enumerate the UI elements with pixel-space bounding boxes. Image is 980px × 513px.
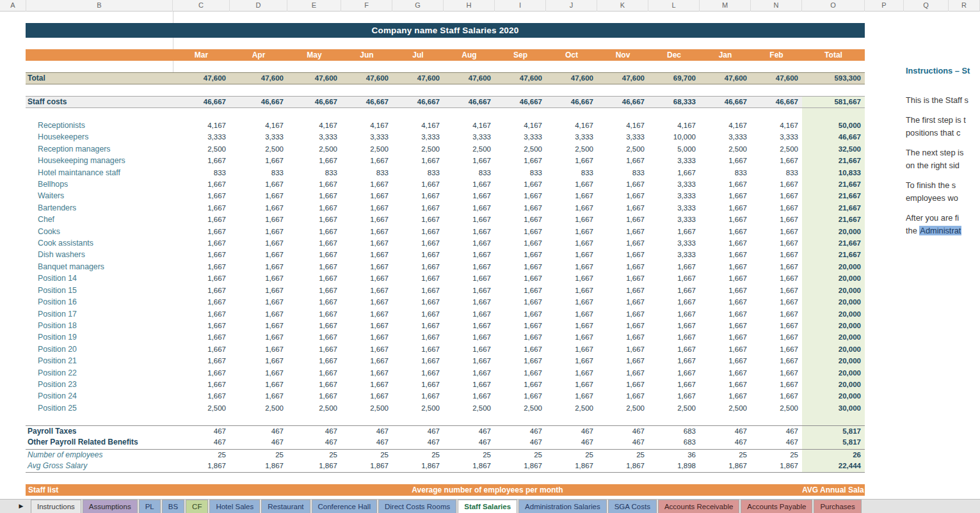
cell[interactable]: 467 (444, 426, 495, 437)
cell[interactable]: 47,600 (287, 73, 341, 84)
cell[interactable]: 1,667 (287, 202, 341, 214)
cell[interactable]: 1,667 (546, 226, 597, 237)
cell[interactable]: 1,667 (444, 379, 495, 390)
row-label-position-19[interactable]: Position 19 (26, 331, 173, 343)
cell[interactable]: 1,667 (751, 155, 802, 166)
cell[interactable]: 467 (546, 437, 597, 448)
cell[interactable]: 1,667 (751, 296, 802, 308)
row-label-housekeepers[interactable]: Housekeepers (26, 131, 173, 143)
month-header-jan[interactable]: Jan (700, 49, 751, 61)
cell[interactable]: 1,667 (546, 237, 597, 249)
administration-link[interactable]: Administrat (919, 226, 961, 235)
cell[interactable]: 47,600 (392, 73, 444, 84)
cell[interactable]: 1,667 (287, 285, 341, 296)
cell[interactable]: 1,667 (230, 272, 287, 284)
cell[interactable]: 1,667 (751, 331, 802, 343)
row-label-position-14[interactable]: Position 14 (26, 272, 173, 284)
cell[interactable]: 1,667 (700, 331, 751, 343)
cell[interactable]: 1,667 (392, 308, 444, 320)
cell[interactable]: 1,867 (700, 461, 751, 471)
cell[interactable]: 46,667 (802, 131, 865, 143)
cell[interactable]: 3,333 (648, 202, 700, 214)
cell[interactable]: 25 (173, 450, 230, 461)
cell[interactable]: 1,667 (392, 285, 444, 296)
cell[interactable]: 1,667 (751, 190, 802, 201)
cell[interactable]: 2,500 (546, 402, 597, 414)
cell[interactable]: 1,667 (444, 320, 495, 331)
cell[interactable]: 1,667 (648, 355, 700, 367)
cell[interactable]: 833 (444, 167, 495, 178)
cell[interactable]: 20,000 (802, 320, 865, 331)
row-label-bellhops[interactable]: Bellhops (26, 178, 173, 190)
cell[interactable]: 1,667 (495, 237, 546, 249)
cell[interactable]: 46,667 (546, 97, 597, 107)
column-header-p[interactable]: P (865, 0, 904, 12)
cell[interactable]: 1,667 (444, 202, 495, 214)
month-header-mar[interactable]: Mar (173, 49, 230, 61)
cell[interactable]: 1,667 (597, 272, 648, 284)
cell[interactable]: 20,000 (802, 261, 865, 272)
row-label-reception-managers[interactable]: Reception managers (26, 143, 173, 155)
cell[interactable]: 467 (230, 437, 287, 448)
cell[interactable]: 2,500 (341, 402, 392, 414)
cell[interactable]: 1,667 (287, 355, 341, 367)
cell[interactable]: 2,500 (700, 402, 751, 414)
column-header-i[interactable]: I (495, 0, 546, 12)
cell[interactable]: 1,667 (751, 367, 802, 379)
cell[interactable]: 25 (495, 450, 546, 461)
cell[interactable]: 1,667 (648, 261, 700, 272)
cell[interactable]: 1,667 (444, 261, 495, 272)
cell[interactable]: 2,500 (341, 143, 392, 155)
cell[interactable]: 1,667 (495, 379, 546, 390)
column-header-j[interactable]: J (546, 0, 597, 12)
cell[interactable]: 1,667 (230, 249, 287, 260)
cell[interactable]: 1,667 (230, 379, 287, 390)
cell[interactable]: 833 (341, 167, 392, 178)
cell[interactable]: 1,667 (287, 367, 341, 379)
cell[interactable]: 467 (230, 426, 287, 437)
column-header-c[interactable]: C (173, 0, 230, 12)
cell[interactable]: 1,867 (341, 461, 392, 471)
cell[interactable]: 1,667 (392, 367, 444, 379)
cell[interactable]: 2,500 (648, 402, 700, 414)
cell[interactable]: 1,667 (597, 214, 648, 225)
cell[interactable]: 1,667 (287, 331, 341, 343)
cell[interactable]: 4,167 (751, 120, 802, 131)
cell[interactable]: 2,500 (287, 402, 341, 414)
cell[interactable]: 2,500 (751, 402, 802, 414)
cell[interactable]: 46,667 (230, 97, 287, 107)
row-label-staff-costs[interactable]: Staff costs (26, 97, 173, 107)
row-label-position-23[interactable]: Position 23 (26, 379, 173, 390)
row-label-bartenders[interactable]: Bartenders (26, 202, 173, 214)
cell[interactable]: 1,667 (546, 320, 597, 331)
cell[interactable]: 1,667 (495, 390, 546, 402)
cell[interactable]: 467 (700, 437, 751, 448)
cell[interactable]: 1,667 (230, 202, 287, 214)
cell[interactable]: 1,667 (444, 296, 495, 308)
month-header-apr[interactable]: Apr (230, 49, 287, 61)
cell[interactable]: 3,333 (648, 155, 700, 166)
cell[interactable]: 1,667 (495, 214, 546, 225)
row-label-receptionists[interactable]: Receptionists (26, 120, 173, 131)
cell[interactable]: 1,667 (597, 249, 648, 260)
cell[interactable]: 1,667 (648, 343, 700, 355)
cell[interactable]: 1,667 (495, 249, 546, 260)
cell[interactable]: 1,667 (392, 390, 444, 402)
cell[interactable]: 3,333 (546, 131, 597, 143)
cell[interactable]: 1,667 (173, 285, 230, 296)
cell[interactable]: 1,667 (495, 178, 546, 190)
cell[interactable]: 4,167 (546, 120, 597, 131)
cell[interactable]: 1,667 (597, 285, 648, 296)
cell[interactable]: 467 (392, 426, 444, 437)
month-header-aug[interactable]: Aug (444, 49, 495, 61)
cell[interactable]: 2,500 (597, 402, 648, 414)
cell[interactable]: 4,167 (597, 120, 648, 131)
cell[interactable]: 1,667 (546, 249, 597, 260)
sheet-tab-accounts-payable[interactable]: Accounts Payable (741, 500, 812, 513)
cell[interactable]: 5,000 (648, 143, 700, 155)
cell[interactable]: 1,667 (444, 331, 495, 343)
cell[interactable]: 1,667 (341, 379, 392, 390)
cell[interactable]: 25 (700, 450, 751, 461)
cell[interactable]: 1,667 (751, 390, 802, 402)
cell[interactable]: 2,500 (700, 143, 751, 155)
